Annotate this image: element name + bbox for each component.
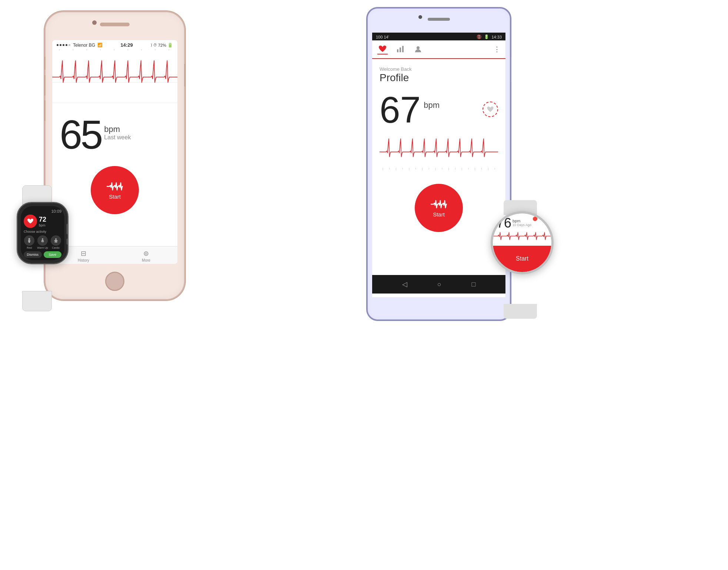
ios-ecg-svg bbox=[52, 53, 177, 94]
watch-activity-cardio[interactable]: Cardio bbox=[50, 235, 61, 249]
carrier-name: Telenor BG bbox=[73, 43, 95, 48]
signal-dot1 bbox=[57, 44, 59, 46]
ios-carrier: Telenor BG 📶 bbox=[57, 43, 103, 48]
android-start-label: Start bbox=[433, 211, 445, 218]
android-time: 14:33 bbox=[491, 35, 502, 39]
chart-tab-icon bbox=[396, 46, 404, 53]
watch-bpm-value: 72 bbox=[39, 216, 46, 223]
android-status-right: 📵 🔋 14:33 bbox=[477, 34, 502, 39]
android-bpm-value: 67 bbox=[380, 91, 421, 128]
samsung-bpm-value: 76 bbox=[497, 216, 511, 230]
android-tab-chart[interactable] bbox=[395, 44, 405, 54]
ios-time: 14:29 bbox=[120, 42, 133, 48]
ios-start-button[interactable]: Start bbox=[91, 166, 139, 214]
android-home-icon[interactable]: ○ bbox=[437, 281, 441, 288]
android-tab-heart[interactable] bbox=[377, 44, 388, 54]
samsung-watch: 76 bpm 10 Days Ago 🔴 Start bbox=[489, 208, 581, 311]
samsung-ecg-svg bbox=[493, 229, 551, 242]
android-heart-button[interactable] bbox=[482, 102, 498, 117]
android-bpm-unit: bpm bbox=[424, 100, 440, 110]
ios-bpm-info: bpm Last week bbox=[104, 114, 131, 141]
android-main-content: Welcome Back Profile 67 bpm bbox=[372, 59, 505, 236]
samsung-bpm-row: 76 bpm 10 Days Ago 🔴 bbox=[497, 216, 548, 230]
svg-point-18 bbox=[29, 238, 30, 240]
android-start-button[interactable]: Start bbox=[415, 184, 463, 232]
android-camera bbox=[418, 15, 422, 19]
iphone-home-button[interactable] bbox=[105, 272, 124, 291]
ios-tab-more[interactable]: ⊚ More bbox=[115, 249, 177, 262]
watch-activity-rest[interactable]: Rest bbox=[24, 235, 35, 249]
battery-icon: 🔋 bbox=[167, 43, 173, 48]
iphone-speaker bbox=[100, 23, 130, 26]
svg-point-19 bbox=[42, 238, 43, 240]
cardio-icon bbox=[51, 235, 61, 246]
warmup-svg bbox=[40, 238, 45, 243]
watch-action-buttons: Dismiss Save bbox=[24, 251, 61, 258]
android-heart-icon bbox=[487, 106, 494, 113]
samsung-screen-bottom[interactable]: Start bbox=[493, 246, 551, 272]
watch-bpm-unit: bpm bbox=[39, 223, 46, 227]
watch-dismiss-button[interactable]: Dismiss bbox=[24, 251, 42, 258]
ios-ecg-icon bbox=[107, 181, 123, 192]
ios-bpm-value: 65 bbox=[60, 114, 101, 155]
ios-tab-more-label: More bbox=[142, 258, 150, 262]
android-screen: 100 14' 📵 🔋 14:33 bbox=[372, 33, 505, 297]
watch-activities: Rest Warm Up bbox=[24, 235, 61, 249]
watch-heart-area: 72 bpm bbox=[24, 215, 61, 228]
android-bpm-area: 67 bpm bbox=[380, 91, 498, 128]
activity-rest-label: Rest bbox=[27, 246, 32, 249]
watch-crown[interactable] bbox=[67, 223, 69, 235]
iphone-vol-down-btn bbox=[44, 100, 46, 121]
samsung-screen-top: 76 bpm 10 Days Ago 🔴 bbox=[493, 213, 551, 246]
activity-cardio-label: Cardio bbox=[52, 246, 60, 249]
cardio-svg bbox=[53, 238, 59, 243]
watch-save-button[interactable]: Save bbox=[44, 251, 62, 258]
activity-warmup-label: Warm Up bbox=[37, 246, 48, 249]
svg-point-20 bbox=[55, 238, 57, 240]
android-status-left: 100 14' bbox=[376, 35, 389, 39]
iphone-camera bbox=[92, 20, 97, 25]
samsung-start-label: Start bbox=[516, 255, 528, 262]
ios-ecg-display bbox=[52, 49, 177, 103]
heart-svg bbox=[27, 218, 34, 224]
watch-time: 10:09 bbox=[24, 209, 61, 213]
signal-dot3 bbox=[63, 44, 64, 46]
rest-svg bbox=[27, 238, 32, 243]
svg-rect-21 bbox=[397, 49, 398, 52]
watch-activity-warmup[interactable]: Warm Up bbox=[37, 235, 49, 249]
rest-icon bbox=[24, 235, 34, 246]
warmup-icon bbox=[37, 235, 48, 246]
svg-point-24 bbox=[417, 46, 420, 49]
watch-band-bottom bbox=[22, 291, 52, 311]
more-icon: ⊚ bbox=[143, 249, 149, 258]
android-speaker bbox=[428, 18, 450, 21]
android-tab-profile[interactable] bbox=[413, 44, 423, 54]
ios-battery: 72% bbox=[158, 43, 166, 47]
location-icon: ⟩ bbox=[151, 43, 152, 47]
android-recents-icon[interactable]: □ bbox=[471, 281, 475, 288]
samsung-band-bottom bbox=[504, 304, 537, 319]
signal-dot4 bbox=[66, 44, 67, 46]
svg-rect-23 bbox=[402, 46, 404, 52]
iphone-power-btn bbox=[184, 64, 186, 86]
android-bpm-info: bpm bbox=[424, 91, 440, 110]
android-appbar: ⋮ bbox=[372, 40, 505, 59]
android-welcome-text: Welcome Back bbox=[380, 66, 498, 72]
android-statusbar: 100 14' 📵 🔋 14:33 bbox=[372, 33, 505, 40]
android-back-icon[interactable]: ◁ bbox=[402, 280, 407, 288]
samsung-ecg-mini bbox=[493, 229, 551, 244]
samsung-bt-icon: 🔴 bbox=[532, 216, 538, 221]
watch-bpm-area: 72 bpm bbox=[39, 216, 46, 227]
ios-statusbar: Telenor BG 📶 14:29 ⟩ ⏱ 72% 🔋 bbox=[52, 40, 177, 49]
ios-bpm-area: 65 bpm Last week bbox=[52, 103, 177, 162]
android-ecg-svg bbox=[380, 132, 498, 165]
svg-rect-22 bbox=[400, 47, 401, 52]
ios-status-right: ⟩ ⏱ 72% 🔋 bbox=[151, 43, 173, 48]
heart-tab-icon bbox=[378, 45, 387, 53]
watch-side-btn[interactable] bbox=[67, 238, 69, 245]
android-ecg-display bbox=[380, 132, 498, 176]
ios-bpm-unit: bpm bbox=[104, 125, 131, 134]
apple-watch: 10:09 72 bpm Choose activity bbox=[11, 196, 93, 300]
android-more-menu[interactable]: ⋮ bbox=[494, 45, 500, 53]
watch-screen: 10:09 72 bpm Choose activity bbox=[21, 206, 64, 260]
